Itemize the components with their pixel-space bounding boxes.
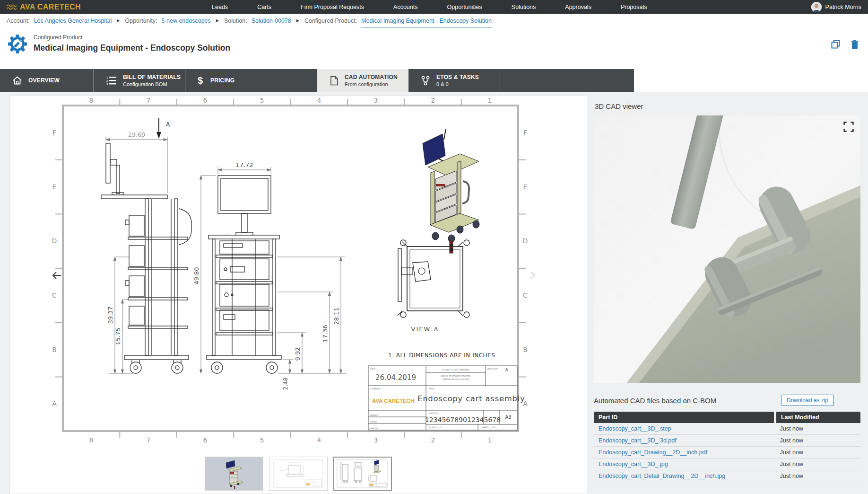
table-header-row: Part ID Last Modified	[594, 412, 860, 423]
nav-leads[interactable]: Leads	[197, 4, 243, 10]
file-link[interactable]: Endoscopy_cart__3D_.step	[599, 425, 671, 432]
breadcrumb-link-account[interactable]: Los Angeles General Hospital	[34, 18, 112, 24]
tab-cad-sublabel: From configuration	[345, 81, 398, 87]
svg-text:DRAWN: DRAWN	[370, 414, 378, 416]
main-menu: Leads Carts Firm Proposal Requests Accou…	[81, 4, 811, 10]
configured-product-gear-icon	[8, 34, 27, 54]
svg-text:6: 6	[203, 97, 208, 104]
3d-viewer-title: 3D CAD viewer	[595, 102, 860, 110]
table-row: Endoscopy_cart_Detail_Drawing__2D__inch.…	[594, 470, 860, 482]
header-actions	[831, 40, 859, 49]
previous-image-arrow[interactable]	[51, 269, 63, 282]
svg-text:D: D	[52, 237, 57, 245]
copy-icon[interactable]	[831, 40, 841, 49]
svg-text:DIMENSIONS ARE IN INCHES: DIMENSIONS ARE IN INCHES	[443, 378, 469, 380]
engineering-drawing-canvas[interactable]: 87 65 43 21 87 65 43 21 FE DC BA FE DC B…	[10, 96, 587, 455]
cad-files-table: Part ID Last Modified Endoscopy_cart__3D…	[594, 412, 860, 482]
nav-proposals[interactable]: Proposals	[606, 4, 662, 10]
thumbnail-detail-drawing[interactable]	[269, 457, 328, 491]
nav-accounts[interactable]: Accounts	[379, 4, 432, 10]
tab-etos-sublabel: 0 & 0	[436, 81, 479, 87]
breadcrumb-arrow-icon: ▶	[295, 18, 300, 23]
tab-pricing[interactable]: $ PRICING	[185, 69, 318, 92]
svg-text:APPV'D: APPV'D	[370, 427, 378, 430]
file-link[interactable]: Endoscopy_cart__3D_.3d.pdf	[599, 437, 677, 444]
svg-text:17.72: 17.72	[235, 161, 253, 168]
svg-text:F: F	[523, 129, 527, 136]
file-link[interactable]: Endoscopy_cart_Drawing__2D__inch.pdf	[599, 449, 707, 456]
tab-overview[interactable]: OVERVIEW	[0, 69, 94, 92]
tab-cad-automation[interactable]: CAD AUTOMATION From configuration	[318, 69, 408, 92]
breadcrumb-arrow-icon: ▶	[215, 18, 220, 23]
breadcrumb-label-account: Account:	[7, 18, 30, 24]
svg-text:6: 6	[203, 436, 208, 444]
nav-firm-proposal-requests[interactable]: Firm Proposal Requests	[286, 4, 379, 10]
svg-text:4: 4	[317, 97, 321, 104]
table-row: Endoscopy_cart__3D_.step Just now	[594, 423, 860, 435]
next-image-arrow[interactable]	[526, 269, 538, 282]
breadcrumb-link-solution[interactable]: Solution-00078	[252, 18, 291, 24]
svg-text:39.37: 39.37	[107, 306, 114, 324]
file-modified: Just now	[775, 423, 860, 435]
branch-flow-icon	[421, 76, 430, 86]
nav-opportunities[interactable]: Opportunities	[433, 4, 497, 10]
svg-text:3: 3	[374, 97, 378, 104]
svg-text:B: B	[52, 346, 57, 353]
breadcrumb-label-opportunity: Opportunity:	[125, 18, 157, 24]
nav-approvals[interactable]: Approvals	[550, 4, 606, 10]
brand-logo[interactable]: AVA CARETECH	[7, 3, 81, 11]
breadcrumb-label-solution: Solution:	[224, 18, 247, 24]
svg-text:REVISION: REVISION	[487, 368, 497, 370]
table-row: Endoscopy_cart__3D_.3d.pdf Just now	[594, 435, 860, 447]
thumbnail-3d-render[interactable]	[205, 457, 263, 491]
tab-bill-of-materials[interactable]: 1 2 3 BILL OF MATERIALS Configuration BO…	[94, 69, 185, 92]
svg-text:A: A	[52, 400, 57, 407]
user-name: Patrick Morris	[825, 4, 861, 10]
side-panel: 3D CAD viewer	[594, 96, 860, 494]
svg-text:5: 5	[260, 436, 264, 444]
delete-icon[interactable]	[851, 40, 859, 49]
top-nav: AVA CARETECH Leads Carts Firm Proposal R…	[0, 0, 868, 14]
3d-cad-viewport[interactable]	[594, 115, 860, 383]
svg-text:5: 5	[260, 97, 264, 104]
tab-etos-tasks[interactable]: ETOS & TASKS 0 & 0	[408, 69, 500, 92]
svg-text:2: 2	[106, 79, 108, 82]
tab-row: OVERVIEW 1 2 3 BILL OF MATERIALS Configu…	[0, 69, 868, 92]
svg-text:26.04.2019: 26.04.2019	[375, 373, 416, 382]
svg-text:2: 2	[431, 97, 435, 104]
svg-text:$: $	[198, 75, 203, 86]
svg-text:1: 1	[106, 76, 108, 79]
svg-text:C: C	[52, 291, 57, 299]
breadcrumb-arrow-icon: ▶	[116, 18, 121, 23]
svg-text:8: 8	[89, 436, 94, 444]
svg-text:2.48: 2.48	[282, 378, 289, 390]
nav-solutions[interactable]: Solutions	[497, 4, 550, 10]
files-section-title: Automated CAD files based on C-BOM	[594, 397, 716, 405]
home-icon	[12, 76, 22, 85]
svg-text:E: E	[523, 183, 528, 191]
table-row: Endoscopy_cart__3D_.jpg Just now	[594, 459, 860, 470]
svg-text:A3: A3	[505, 415, 511, 420]
breadcrumb-link-opportunity[interactable]: 5 new endoscopes	[162, 18, 211, 24]
file-link[interactable]: Endoscopy_cart_Detail_Drawing__2D__inch.…	[599, 473, 725, 479]
drawing-note: 1. ALL DIMENSIONS ARE IN INCHES	[388, 352, 495, 359]
fullscreen-icon[interactable]	[843, 121, 854, 132]
file-modified: Just now	[775, 470, 860, 482]
svg-text:TITLE:: TITLE:	[428, 388, 435, 390]
nav-carts[interactable]: Carts	[243, 4, 286, 10]
avatar	[811, 2, 822, 12]
svg-text:3: 3	[374, 436, 378, 444]
file-link[interactable]: Endoscopy_cart__3D_.jpg	[599, 461, 668, 468]
cad-drawing-viewer[interactable]: 87 65 43 21 87 65 43 21 FE DC BA FE DC B…	[9, 96, 587, 494]
svg-text:49.80: 49.80	[193, 267, 200, 284]
download-zip-button[interactable]: Download as zip	[781, 395, 834, 406]
svg-text:28.11: 28.11	[333, 307, 340, 325]
user-menu[interactable]: Patrick Morris	[811, 2, 861, 12]
svg-text:DATE: DATE	[370, 368, 376, 370]
svg-text:1: 1	[488, 97, 492, 104]
svg-text:9.92: 9.92	[294, 347, 301, 361]
svg-text:DO NOT SCALE DRAWING: DO NOT SCALE DRAWING	[442, 369, 469, 371]
file-modified: Just now	[775, 459, 860, 470]
thumbnail-assembly-drawing-selected[interactable]	[333, 457, 392, 491]
breadcrumb-link-configured-product[interactable]: Medical Imaging Equipment - Endoscopy So…	[361, 18, 492, 27]
